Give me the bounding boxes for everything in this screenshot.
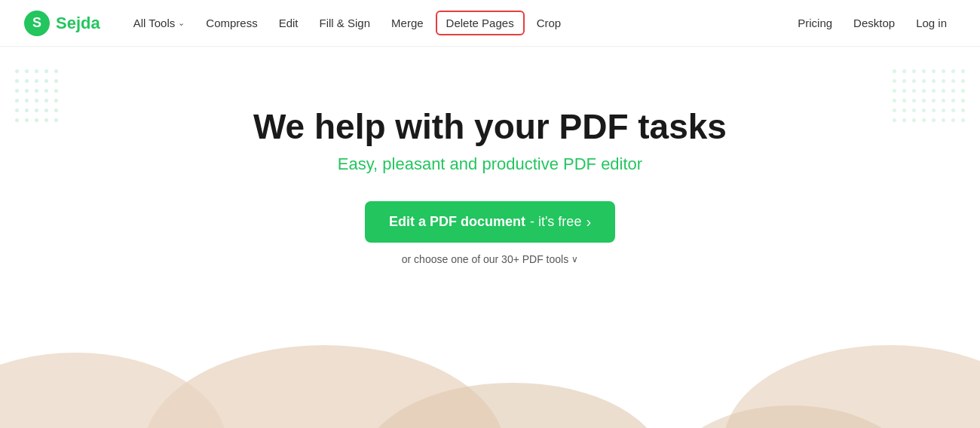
arrow-right-icon: ›	[586, 213, 591, 231]
hero-title: We help with your PDF tasks	[253, 107, 727, 147]
cta-plain-text: - it's free	[530, 214, 581, 230]
main-nav: All Tools ⌄ Compress Edit Fill & Sign Me…	[124, 11, 956, 35]
chevron-down-icon: ⌄	[178, 18, 185, 28]
hero-section: We help with your PDF tasks Easy, pleasa…	[253, 107, 727, 174]
bottom-decorations	[0, 292, 980, 428]
cta-area: Edit a PDF document - it's free › or cho…	[365, 201, 615, 265]
logo-link[interactable]: S Sejda	[24, 11, 100, 36]
nav-item-fill-sign[interactable]: Fill & Sign	[311, 11, 380, 35]
cta-bold-text: Edit a PDF document	[389, 214, 525, 230]
header: S Sejda All Tools ⌄ Compress Edit Fill &…	[0, 0, 980, 47]
nav-item-crop[interactable]: Crop	[528, 11, 571, 35]
nav-right: Pricing Desktop Log in	[789, 11, 956, 35]
dot-grid-right	[893, 69, 965, 122]
logo-icon: S	[24, 11, 50, 36]
nav-item-delete-pages[interactable]: Delete Pages	[436, 11, 525, 35]
nav-item-login[interactable]: Log in	[907, 11, 956, 35]
nav-item-all-tools[interactable]: All Tools ⌄	[124, 11, 194, 35]
main-content: We help with your PDF tasks Easy, pleasa…	[0, 47, 980, 428]
logo-text: Sejda	[56, 14, 100, 33]
nav-item-compress[interactable]: Compress	[197, 11, 266, 35]
nav-item-desktop[interactable]: Desktop	[844, 11, 904, 35]
chevron-down-icon: ∨	[571, 254, 578, 264]
cta-sub-text: or choose one of our 30+ PDF tools ∨	[402, 253, 578, 265]
nav-item-merge[interactable]: Merge	[382, 11, 433, 35]
edit-pdf-button[interactable]: Edit a PDF document - it's free ›	[365, 201, 615, 243]
nav-item-edit[interactable]: Edit	[270, 11, 308, 35]
dot-grid-left	[15, 69, 58, 122]
nav-item-pricing[interactable]: Pricing	[789, 11, 841, 35]
hero-subtitle: Easy, pleasant and productive PDF editor	[253, 154, 727, 174]
